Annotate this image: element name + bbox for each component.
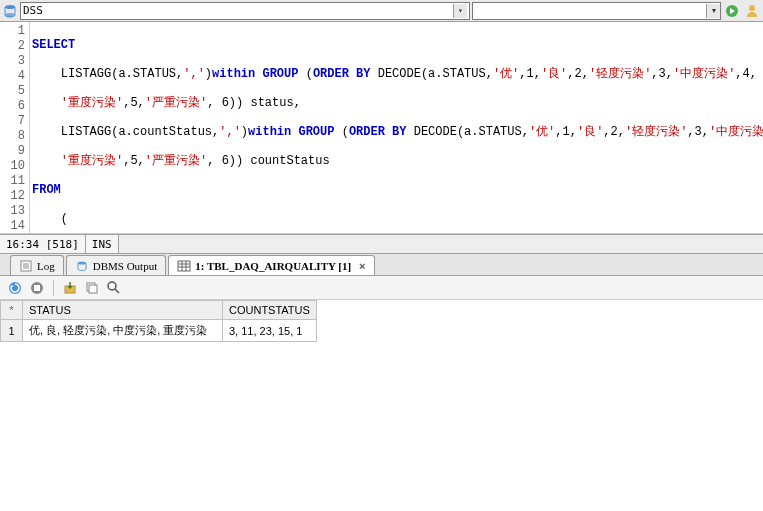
refresh-icon[interactable] — [6, 279, 24, 297]
col-countstatus[interactable]: COUNTSTATUS — [223, 301, 317, 320]
cell-status[interactable]: 优, 良, 轻度污染, 中度污染, 重度污染 — [23, 320, 223, 342]
export-icon[interactable] — [61, 279, 79, 297]
cell-countstatus[interactable]: 3, 11, 23, 15, 1 — [223, 320, 317, 342]
svg-point-1 — [5, 13, 15, 17]
chevron-down-icon[interactable]: ▾ — [453, 4, 467, 18]
connection-toolbar: DSS ▾ ▾ — [0, 0, 763, 22]
row-number[interactable]: 1 — [1, 320, 23, 342]
grid-icon — [177, 259, 191, 273]
svg-line-21 — [115, 289, 119, 293]
insert-mode: INS — [86, 235, 119, 253]
tab-dbms-output[interactable]: DBMS Output — [66, 255, 167, 275]
status-bar: 16:34 [518] INS — [0, 234, 763, 254]
run-icon[interactable] — [723, 2, 741, 20]
svg-point-0 — [5, 5, 15, 9]
cursor-position: 16:34 [518] — [0, 235, 86, 253]
result-toolbar — [0, 276, 763, 300]
line-gutter: 123 456 789 101112 131415 161718 — [0, 22, 30, 233]
svg-rect-19 — [89, 285, 97, 293]
database-name: DSS — [23, 4, 43, 17]
svg-rect-9 — [178, 261, 190, 271]
sql-editor: 123 456 789 101112 131415 161718 SELECT … — [0, 22, 763, 234]
stop-icon[interactable] — [28, 279, 46, 297]
result-grid-panel: * STATUS COUNTSTATUS 1 优, 良, 轻度污染, 中度污染,… — [0, 300, 763, 511]
find-icon[interactable] — [105, 279, 123, 297]
tab-log[interactable]: Log — [10, 255, 64, 275]
database-icon — [2, 3, 18, 19]
log-icon — [19, 259, 33, 273]
code-area[interactable]: SELECT LISTAGG(a.STATUS,',')within GROUP… — [30, 22, 763, 233]
row-header-star[interactable]: * — [1, 301, 23, 320]
tab-result[interactable]: 1: TBL_DAQ_AIRQUALITY [1] × — [168, 255, 374, 275]
database-selector[interactable]: DSS ▾ — [20, 2, 470, 20]
result-grid[interactable]: * STATUS COUNTSTATUS 1 优, 良, 轻度污染, 中度污染,… — [0, 300, 317, 342]
schema-selector[interactable]: ▾ — [472, 2, 721, 20]
chevron-down-icon[interactable]: ▾ — [706, 4, 720, 18]
svg-rect-16 — [34, 285, 40, 291]
col-status[interactable]: STATUS — [23, 301, 223, 320]
svg-point-8 — [78, 261, 86, 264]
table-row[interactable]: 1 优, 良, 轻度污染, 中度污染, 重度污染 3, 11, 23, 15, … — [1, 320, 317, 342]
dbms-icon — [75, 259, 89, 273]
svg-point-20 — [108, 282, 116, 290]
svg-point-3 — [749, 5, 755, 11]
close-icon[interactable]: × — [359, 260, 365, 272]
user-icon[interactable] — [743, 2, 761, 20]
output-tabs: Log DBMS Output 1: TBL_DAQ_AIRQUALITY [1… — [0, 254, 763, 276]
copy-icon[interactable] — [83, 279, 101, 297]
